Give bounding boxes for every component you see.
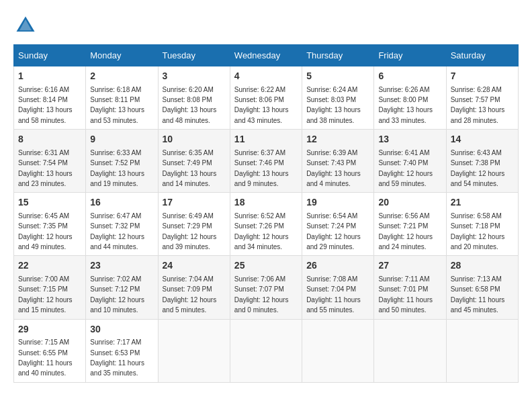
- day-info: Sunrise: 7:02 AMSunset: 7:12 PMDaylight:…: [90, 275, 144, 314]
- day-info: Sunrise: 6:45 AMSunset: 7:35 PMDaylight:…: [18, 212, 73, 250]
- logo: [13, 13, 42, 38]
- table-row: 16 Sunrise: 6:47 AMSunset: 7:32 PMDaylig…: [86, 193, 158, 256]
- header-tuesday: Tuesday: [158, 45, 230, 66]
- day-info: Sunrise: 6:49 AMSunset: 7:29 PMDaylight:…: [163, 212, 217, 250]
- calendar-table: SundayMondayTuesdayWednesdayThursdayFrid…: [13, 44, 519, 383]
- page-header: [13, 13, 519, 38]
- table-row: 26 Sunrise: 7:08 AMSunset: 7:04 PMDaylig…: [302, 256, 374, 319]
- table-row: 20 Sunrise: 6:56 AMSunset: 7:21 PMDaylig…: [374, 193, 446, 256]
- table-row: [230, 319, 302, 382]
- day-number: 21: [451, 196, 514, 210]
- day-info: Sunrise: 6:39 AMSunset: 7:43 PMDaylight:…: [306, 149, 361, 187]
- table-row: [302, 319, 374, 382]
- day-number: 15: [18, 196, 81, 210]
- day-info: Sunrise: 7:11 AMSunset: 7:01 PMDaylight:…: [378, 275, 433, 314]
- day-number: 26: [306, 259, 369, 273]
- day-info: Sunrise: 6:22 AMSunset: 8:06 PMDaylight:…: [234, 86, 289, 124]
- table-row: 30 Sunrise: 7:17 AMSunset: 6:53 PMDaylig…: [86, 319, 158, 382]
- table-row: 8 Sunrise: 6:31 AMSunset: 7:54 PMDayligh…: [14, 130, 86, 193]
- table-row: [446, 319, 518, 382]
- table-row: 11 Sunrise: 6:37 AMSunset: 7:46 PMDaylig…: [230, 130, 302, 193]
- day-number: 30: [90, 323, 153, 336]
- table-row: [158, 319, 230, 382]
- logo-icon: [13, 13, 38, 38]
- day-info: Sunrise: 6:28 AMSunset: 7:57 PMDaylight:…: [451, 86, 505, 124]
- day-info: Sunrise: 6:20 AMSunset: 8:08 PMDaylight:…: [163, 86, 217, 124]
- day-info: Sunrise: 6:43 AMSunset: 7:38 PMDaylight:…: [451, 149, 505, 187]
- table-row: 6 Sunrise: 6:26 AMSunset: 8:00 PMDayligh…: [374, 66, 446, 130]
- day-number: 24: [163, 259, 226, 273]
- table-row: 4 Sunrise: 6:22 AMSunset: 8:06 PMDayligh…: [230, 66, 302, 130]
- table-row: 14 Sunrise: 6:43 AMSunset: 7:38 PMDaylig…: [446, 130, 518, 193]
- day-info: Sunrise: 7:17 AMSunset: 6:53 PMDaylight:…: [90, 338, 144, 377]
- table-row: [374, 319, 446, 382]
- day-info: Sunrise: 7:00 AMSunset: 7:15 PMDaylight:…: [18, 275, 73, 314]
- day-number: 2: [90, 70, 153, 83]
- day-info: Sunrise: 6:26 AMSunset: 8:00 PMDaylight:…: [378, 86, 433, 124]
- table-row: 25 Sunrise: 7:06 AMSunset: 7:07 PMDaylig…: [230, 256, 302, 319]
- table-row: 9 Sunrise: 6:33 AMSunset: 7:52 PMDayligh…: [86, 130, 158, 193]
- day-info: Sunrise: 6:18 AMSunset: 8:11 PMDaylight:…: [90, 86, 144, 124]
- day-number: 5: [306, 70, 369, 83]
- day-info: Sunrise: 6:41 AMSunset: 7:40 PMDaylight:…: [378, 149, 433, 187]
- table-row: 5 Sunrise: 6:24 AMSunset: 8:03 PMDayligh…: [302, 66, 374, 130]
- table-row: 17 Sunrise: 6:49 AMSunset: 7:29 PMDaylig…: [158, 193, 230, 256]
- day-number: 23: [90, 259, 153, 273]
- table-row: 1 Sunrise: 6:16 AMSunset: 8:14 PMDayligh…: [14, 66, 86, 130]
- day-number: 20: [378, 196, 441, 210]
- table-row: 23 Sunrise: 7:02 AMSunset: 7:12 PMDaylig…: [86, 256, 158, 319]
- day-number: 9: [90, 133, 153, 146]
- day-info: Sunrise: 6:35 AMSunset: 7:49 PMDaylight:…: [163, 149, 217, 187]
- calendar-week-row: 22 Sunrise: 7:00 AMSunset: 7:15 PMDaylig…: [14, 256, 519, 319]
- table-row: 3 Sunrise: 6:20 AMSunset: 8:08 PMDayligh…: [158, 66, 230, 130]
- day-info: Sunrise: 6:47 AMSunset: 7:32 PMDaylight:…: [90, 212, 144, 250]
- calendar-week-row: 15 Sunrise: 6:45 AMSunset: 7:35 PMDaylig…: [14, 193, 519, 256]
- day-number: 27: [378, 259, 441, 273]
- day-info: Sunrise: 6:16 AMSunset: 8:14 PMDaylight:…: [18, 86, 73, 124]
- day-number: 7: [451, 70, 514, 83]
- day-info: Sunrise: 6:24 AMSunset: 8:03 PMDaylight:…: [306, 86, 361, 124]
- day-number: 16: [90, 196, 153, 210]
- table-row: 28 Sunrise: 7:13 AMSunset: 6:58 PMDaylig…: [446, 256, 518, 319]
- calendar-header-row: SundayMondayTuesdayWednesdayThursdayFrid…: [14, 45, 519, 66]
- day-number: 1: [18, 70, 81, 83]
- day-number: 12: [306, 133, 369, 146]
- header-thursday: Thursday: [302, 45, 374, 66]
- day-info: Sunrise: 6:31 AMSunset: 7:54 PMDaylight:…: [18, 149, 73, 187]
- day-number: 25: [234, 259, 298, 273]
- day-info: Sunrise: 7:08 AMSunset: 7:04 PMDaylight:…: [306, 275, 361, 314]
- table-row: 2 Sunrise: 6:18 AMSunset: 8:11 PMDayligh…: [86, 66, 158, 130]
- day-number: 17: [163, 196, 226, 210]
- header-saturday: Saturday: [446, 45, 518, 66]
- table-row: 21 Sunrise: 6:58 AMSunset: 7:18 PMDaylig…: [446, 193, 518, 256]
- day-info: Sunrise: 6:56 AMSunset: 7:21 PMDaylight:…: [378, 212, 433, 250]
- day-number: 22: [18, 259, 81, 273]
- table-row: 22 Sunrise: 7:00 AMSunset: 7:15 PMDaylig…: [14, 256, 86, 319]
- table-row: 19 Sunrise: 6:54 AMSunset: 7:24 PMDaylig…: [302, 193, 374, 256]
- day-number: 6: [378, 70, 441, 83]
- calendar-week-row: 8 Sunrise: 6:31 AMSunset: 7:54 PMDayligh…: [14, 130, 519, 193]
- day-info: Sunrise: 7:04 AMSunset: 7:09 PMDaylight:…: [163, 275, 217, 314]
- day-number: 11: [234, 133, 298, 146]
- day-info: Sunrise: 6:52 AMSunset: 7:26 PMDaylight:…: [234, 212, 289, 250]
- day-number: 14: [451, 133, 514, 146]
- header-friday: Friday: [374, 45, 446, 66]
- day-info: Sunrise: 6:33 AMSunset: 7:52 PMDaylight:…: [90, 149, 144, 187]
- day-info: Sunrise: 7:13 AMSunset: 6:58 PMDaylight:…: [451, 275, 505, 314]
- table-row: 10 Sunrise: 6:35 AMSunset: 7:49 PMDaylig…: [158, 130, 230, 193]
- header-monday: Monday: [86, 45, 158, 66]
- table-row: 18 Sunrise: 6:52 AMSunset: 7:26 PMDaylig…: [230, 193, 302, 256]
- day-info: Sunrise: 7:06 AMSunset: 7:07 PMDaylight:…: [234, 275, 289, 314]
- header-sunday: Sunday: [14, 45, 86, 66]
- day-number: 13: [378, 133, 441, 146]
- day-number: 3: [163, 70, 226, 83]
- day-info: Sunrise: 6:58 AMSunset: 7:18 PMDaylight:…: [451, 212, 505, 250]
- table-row: 29 Sunrise: 7:15 AMSunset: 6:55 PMDaylig…: [14, 319, 86, 382]
- day-number: 4: [234, 70, 298, 83]
- table-row: 12 Sunrise: 6:39 AMSunset: 7:43 PMDaylig…: [302, 130, 374, 193]
- calendar-week-row: 29 Sunrise: 7:15 AMSunset: 6:55 PMDaylig…: [14, 319, 519, 382]
- day-number: 28: [451, 259, 514, 273]
- table-row: 15 Sunrise: 6:45 AMSunset: 7:35 PMDaylig…: [14, 193, 86, 256]
- day-number: 29: [18, 323, 81, 336]
- table-row: 7 Sunrise: 6:28 AMSunset: 7:57 PMDayligh…: [446, 66, 518, 130]
